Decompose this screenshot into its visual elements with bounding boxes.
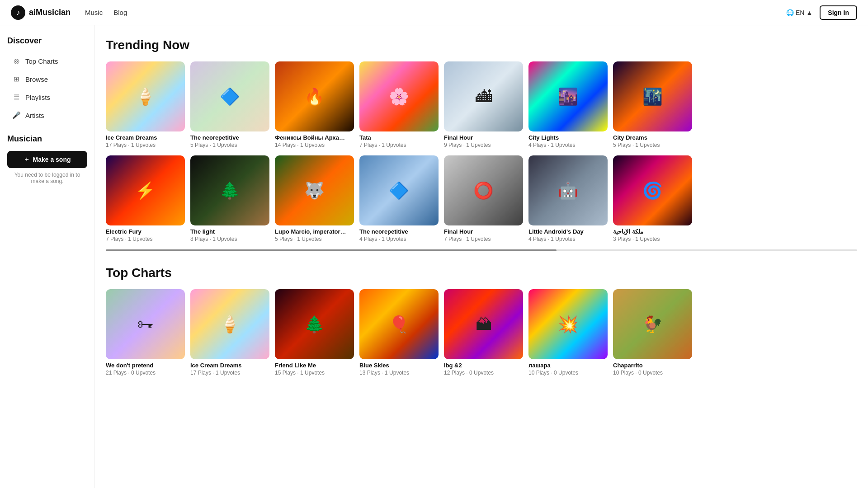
card-image: 🤖 [528,155,608,225]
scroll-thumb [106,249,557,251]
card-meta: 17 Plays · 1 Upvotes [190,370,269,376]
sign-in-button[interactable]: Sign In [820,5,857,20]
list-item[interactable]: 🤖Little Android's Day4 Plays · 1 Upvotes [528,155,608,242]
sidebar-item-browse-label: Browse [25,75,48,83]
card-image: 🍦 [190,289,269,359]
list-item[interactable]: 🔷The neorepetitive4 Plays · 1 Upvotes [359,155,439,242]
card-image: 🐓 [613,289,692,359]
chart-icon: ◎ [12,56,21,66]
list-item[interactable]: 🔥Фениксы Войны Арха…14 Plays · 1 Upvotes [275,61,354,148]
language-label: EN [796,9,804,16]
list-item[interactable]: 🗝We don't pretend21 Plays · 0 Upvotes [106,289,185,376]
card-image: 🔥 [275,61,354,131]
card-title: Lupo Marcio, imperator… [275,228,354,235]
list-item[interactable]: 🐺Lupo Marcio, imperator…5 Plays · 1 Upvo… [275,155,354,242]
nav-links: Music Blog [85,9,127,17]
make-song-label: Make a song [33,156,71,163]
list-item[interactable]: 🎈Blue Skies13 Plays · 1 Upvotes [359,289,439,376]
top-charts-title: Top Charts [106,266,857,280]
list-icon: ☰ [12,93,21,102]
card-meta: 8 Plays · 1 Upvotes [190,236,269,242]
card-meta: 5 Plays · 1 Upvotes [613,142,692,148]
main-content: Trending Now 🍦Ice Cream Dreams17 Plays ·… [95,25,868,488]
card-title: Blue Skies [359,362,439,369]
card-meta: 9 Plays · 1 Upvotes [444,142,523,148]
card-image: 🐺 [275,155,354,225]
list-item[interactable]: 🌲The light8 Plays · 1 Upvotes [190,155,269,242]
sidebar-item-top-charts[interactable]: ◎ Top Charts [7,53,87,69]
card-title: Final Hour [444,228,523,235]
card-title: Фениксы Войны Арха… [275,134,354,141]
scroll-indicator[interactable] [106,249,857,251]
list-item[interactable]: 💥лашара10 Plays · 0 Upvotes [528,289,608,376]
layout: Discover ◎ Top Charts ⊞ Browse ☰ Playlis… [0,25,868,488]
card-title: City Dreams [613,134,692,141]
discover-title: Discover [7,36,87,46]
card-meta: 4 Plays · 1 Upvotes [528,142,608,148]
list-item[interactable]: 🍦Ice Cream Dreams17 Plays · 1 Upvotes [190,289,269,376]
list-item[interactable]: 🏔ibg &212 Plays · 0 Upvotes [444,289,523,376]
card-title: The light [190,228,269,235]
logo[interactable]: ♪ aiMusician [11,5,71,20]
card-title: ملكة الإباحية [613,228,692,235]
trending-title: Trending Now [106,38,857,52]
card-image: 🎈 [359,289,439,359]
card-title: Little Android's Day [528,228,608,235]
logo-icon: ♪ [11,5,25,20]
top-charts-row: 🗝We don't pretend21 Plays · 0 Upvotes🍦Ic… [106,289,857,380]
list-item[interactable]: 🌲Friend Like Me15 Plays · 1 Upvotes [275,289,354,376]
card-image: 🌃 [613,61,692,131]
nav-music[interactable]: Music [85,9,103,16]
card-title: The neorepetitive [359,228,439,235]
card-image: 💥 [528,289,608,359]
list-item[interactable]: 🌆City Lights4 Plays · 1 Upvotes [528,61,608,148]
card-image: ⚡ [106,155,185,225]
nav-blog[interactable]: Blog [113,9,127,16]
mic-icon: 🎤 [12,111,21,120]
sidebar-item-top-charts-label: Top Charts [25,57,58,65]
card-title: The neorepetitive [190,134,269,141]
make-song-button[interactable]: ＋ Make a song [7,151,87,168]
chevron-up-icon: ▲ [806,9,812,16]
list-item[interactable]: ⭕Final Hour7 Plays · 1 Upvotes [444,155,523,242]
card-title: City Lights [528,134,608,141]
card-meta: 10 Plays · 0 Upvotes [528,370,608,376]
card-meta: 13 Plays · 1 Upvotes [359,370,439,376]
list-item[interactable]: 🌸Tata7 Plays · 1 Upvotes [359,61,439,148]
list-item[interactable]: 🌃City Dreams5 Plays · 1 Upvotes [613,61,692,148]
card-title: Final Hour [444,134,523,141]
sidebar-item-browse[interactable]: ⊞ Browse [7,71,87,87]
list-item[interactable]: 🌀ملكة الإباحية3 Plays · 1 Upvotes [613,155,692,242]
sidebar-item-playlists[interactable]: ☰ Playlists [7,89,87,105]
card-meta: 4 Plays · 1 Upvotes [528,236,608,242]
sidebar-item-artists[interactable]: 🎤 Artists [7,107,87,123]
plus-icon: ＋ [24,155,30,164]
list-item[interactable]: 🔷The neorepetitive5 Plays · 1 Upvotes [190,61,269,148]
header-right: 🌐 EN ▲ Sign In [786,5,857,20]
card-meta: 4 Plays · 1 Upvotes [359,236,439,242]
card-image: 🌀 [613,155,692,225]
card-title: We don't pretend [106,362,185,369]
card-title: Chaparrito [613,362,692,369]
card-image: 🌲 [190,155,269,225]
list-item[interactable]: 🍦Ice Cream Dreams17 Plays · 1 Upvotes [106,61,185,148]
card-meta: 10 Plays · 0 Upvotes [613,370,692,376]
card-meta: 21 Plays · 0 Upvotes [106,370,185,376]
card-title: лашара [528,362,608,369]
list-item[interactable]: ⚡Electric Fury7 Plays · 1 Upvotes [106,155,185,242]
card-title: Friend Like Me [275,362,354,369]
card-image: 🏙 [444,61,523,131]
card-meta: 7 Plays · 1 Upvotes [359,142,439,148]
language-selector[interactable]: 🌐 EN ▲ [786,9,812,16]
card-image: 🌸 [359,61,439,131]
trending-row1: 🍦Ice Cream Dreams17 Plays · 1 Upvotes🔷Th… [106,61,857,152]
list-item[interactable]: 🐓Chaparrito10 Plays · 0 Upvotes [613,289,692,376]
card-image: 🔷 [190,61,269,131]
card-title: Ice Cream Dreams [190,362,269,369]
card-image: 🔷 [359,155,439,225]
card-meta: 7 Plays · 1 Upvotes [444,236,523,242]
grid-icon: ⊞ [12,75,21,84]
card-title: Tata [359,134,439,141]
header: ♪ aiMusician Music Blog 🌐 EN ▲ Sign In [0,0,868,25]
list-item[interactable]: 🏙Final Hour9 Plays · 1 Upvotes [444,61,523,148]
